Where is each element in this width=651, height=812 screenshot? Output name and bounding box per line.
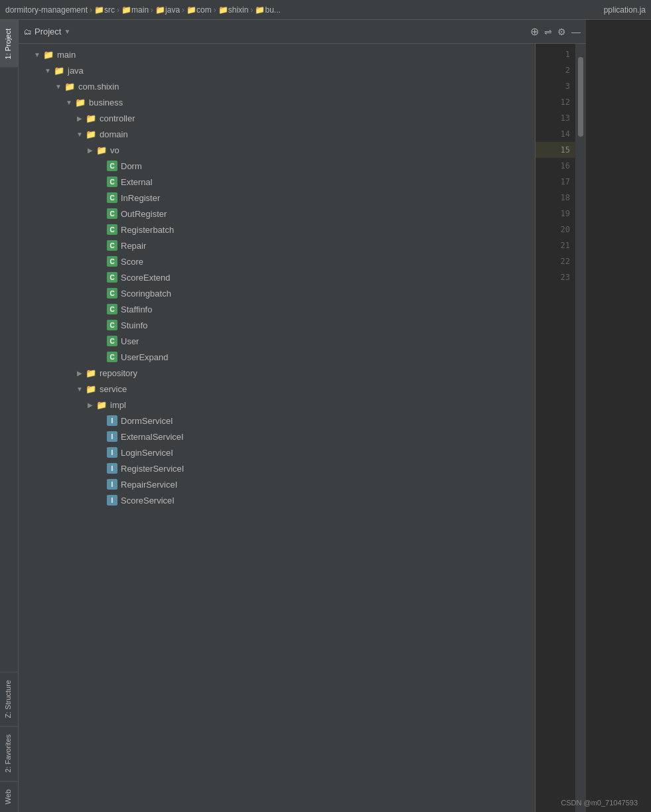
expand-arrow[interactable]: ▼ bbox=[74, 131, 85, 138]
tree-item-scoreextend[interactable]: C ScoreExtend bbox=[19, 269, 535, 285]
project-icon: 🗂 bbox=[24, 27, 32, 36]
line-number: 2 bbox=[536, 62, 575, 78]
tree-item-service[interactable]: ▼ 📁 service bbox=[19, 381, 535, 397]
scroll-indicator-panel bbox=[575, 44, 586, 812]
breadcrumb-sep: › bbox=[250, 5, 253, 15]
interface-icon: I bbox=[106, 462, 118, 474]
expand-arrow[interactable]: ▶ bbox=[85, 401, 96, 409]
tree-item-domain[interactable]: ▼ 📁 domain bbox=[19, 126, 535, 142]
tree-item-external[interactable]: C External bbox=[19, 174, 535, 190]
line-number: 23 bbox=[536, 269, 575, 285]
tree-item-externalservicei[interactable]: I ExternalServiceI bbox=[19, 429, 535, 444]
folder-icon: 📁 bbox=[96, 399, 108, 411]
tree-item-label: controller bbox=[100, 113, 135, 123]
class-icon: C bbox=[106, 176, 118, 188]
expand-arrow[interactable]: ▼ bbox=[32, 51, 42, 58]
tree-item-dormservicei[interactable]: I DormServiceI bbox=[19, 413, 535, 429]
side-tab-web[interactable]: Web bbox=[0, 781, 18, 812]
breadcrumb-item[interactable]: main bbox=[131, 5, 149, 15]
tree-item-label: Staffinfo bbox=[121, 304, 152, 314]
class-icon: C bbox=[106, 239, 118, 251]
tree-item-scoringbatch[interactable]: C Scoringbatch bbox=[19, 285, 535, 301]
tree-item-scoreservicei[interactable]: I ScoreServiceI bbox=[19, 492, 535, 508]
expand-arrow[interactable]: ▶ bbox=[85, 147, 96, 154]
side-tab-favorites[interactable]: 2: Favorites bbox=[0, 726, 18, 780]
add-icon[interactable]: ⊕ bbox=[530, 25, 539, 38]
tree-item-impl[interactable]: ▶ 📁 impl bbox=[19, 397, 535, 413]
tree-item-stuinfo[interactable]: C Stuinfo bbox=[19, 317, 535, 333]
tree-item-repairservicei[interactable]: I RepairServiceI bbox=[19, 476, 535, 492]
tree-item-loginservicei[interactable]: I LoginServiceI bbox=[19, 444, 535, 460]
tree-item-repository[interactable]: ▶ 📁 repository bbox=[19, 365, 535, 381]
line-number: 18 bbox=[536, 190, 575, 206]
expand-arrow[interactable]: ▶ bbox=[74, 115, 85, 122]
tree-item-label: Score bbox=[121, 257, 143, 267]
class-icon: C bbox=[106, 335, 118, 347]
breadcrumb-item[interactable]: src bbox=[104, 5, 115, 15]
breadcrumb-item[interactable]: bu... bbox=[265, 5, 280, 15]
breadcrumb-folder-icon: 📁 bbox=[94, 5, 104, 15]
interface-icon: I bbox=[106, 415, 118, 427]
panel-toolbar: ⊕ ⇌ ⚙ — bbox=[530, 25, 581, 38]
tree-item-inregister[interactable]: C InRegister bbox=[19, 190, 535, 206]
tree-item-label: LoginServiceI bbox=[121, 448, 173, 458]
tree-item-repair[interactable]: C Repair bbox=[19, 237, 535, 253]
line-number: 3 bbox=[536, 78, 575, 94]
expand-arrow[interactable]: ▼ bbox=[42, 67, 53, 74]
tree-item-label: ExternalServiceI bbox=[121, 432, 184, 442]
dropdown-arrow[interactable]: ▼ bbox=[64, 28, 70, 35]
tree-item-label: service bbox=[100, 384, 127, 394]
tree-item-business[interactable]: ▼ 📁 business bbox=[19, 94, 535, 110]
layout-icon[interactable]: ⇌ bbox=[544, 27, 552, 37]
breadcrumb-item[interactable]: java bbox=[165, 5, 180, 15]
side-tab-structure[interactable]: Z: Structure bbox=[0, 671, 18, 726]
line-number: 22 bbox=[536, 253, 575, 269]
tree-item-label: repository bbox=[100, 368, 137, 378]
minimize-icon[interactable]: — bbox=[571, 27, 581, 37]
class-icon: C bbox=[106, 351, 118, 363]
tree-item-registerservicei[interactable]: I RegisterServiceI bbox=[19, 460, 535, 476]
class-icon: C bbox=[106, 224, 118, 236]
tree-item-registerbatch[interactable]: C Registerbatch bbox=[19, 222, 535, 237]
tree-item-label: Scoringbatch bbox=[121, 289, 171, 299]
tree-item-outregister[interactable]: C OutRegister bbox=[19, 206, 535, 222]
file-tab[interactable]: pplication.ja bbox=[604, 5, 646, 15]
tree-item-staffinfo[interactable]: C Staffinfo bbox=[19, 301, 535, 317]
scrollbar-thumb[interactable] bbox=[578, 57, 583, 137]
class-icon: C bbox=[106, 303, 118, 315]
breadcrumb-sep: › bbox=[214, 5, 216, 15]
expand-arrow[interactable]: ▼ bbox=[64, 99, 74, 106]
tree-item-main[interactable]: ▼ 📁 main bbox=[19, 46, 535, 62]
tree-item-dorm[interactable]: C Dorm bbox=[19, 158, 535, 174]
class-icon: C bbox=[106, 192, 118, 204]
tree-item-user[interactable]: C User bbox=[19, 333, 535, 349]
breadcrumb-item[interactable]: dormitory-management bbox=[5, 5, 88, 15]
line-number: 14 bbox=[536, 126, 575, 142]
tree-item-java[interactable]: ▼ 📁 java bbox=[19, 62, 535, 78]
tree-item-com-shixin[interactable]: ▼ 📁 com.shixin bbox=[19, 78, 535, 94]
line-number: 21 bbox=[536, 237, 575, 253]
class-icon: C bbox=[106, 319, 118, 331]
tree-item-controller[interactable]: ▶ 📁 controller bbox=[19, 110, 535, 126]
expand-arrow[interactable]: ▶ bbox=[74, 370, 85, 377]
tree-item-vo[interactable]: ▶ 📁 vo bbox=[19, 142, 535, 158]
tree-item-label: ScoreExtend bbox=[121, 273, 170, 283]
breadcrumb-item[interactable]: com bbox=[196, 5, 212, 15]
expand-arrow[interactable]: ▼ bbox=[74, 385, 85, 393]
breadcrumb-item[interactable]: shixin bbox=[228, 5, 249, 15]
folder-icon: 📁 bbox=[85, 128, 97, 140]
line-number: 20 bbox=[536, 222, 575, 237]
line-number: 19 bbox=[536, 206, 575, 222]
side-tab-project[interactable]: 1: Project bbox=[0, 20, 18, 67]
folder-icon: 📁 bbox=[74, 96, 86, 108]
line-number: 17 bbox=[536, 174, 575, 190]
class-icon: C bbox=[106, 255, 118, 267]
project-panel-title[interactable]: 🗂 Project ▼ bbox=[24, 27, 70, 36]
breadcrumb-sep: › bbox=[117, 5, 119, 15]
expand-arrow[interactable]: ▼ bbox=[53, 83, 64, 90]
tree-item-label: External bbox=[121, 177, 153, 187]
tree-item-userexpand[interactable]: C UserExpand bbox=[19, 349, 535, 365]
settings-icon[interactable]: ⚙ bbox=[557, 27, 566, 37]
tree-item-score[interactable]: C Score bbox=[19, 253, 535, 269]
line-numbers-panel: 1 2 3 12 13 14 15 16 17 18 19 20 21 22 2… bbox=[536, 44, 575, 812]
